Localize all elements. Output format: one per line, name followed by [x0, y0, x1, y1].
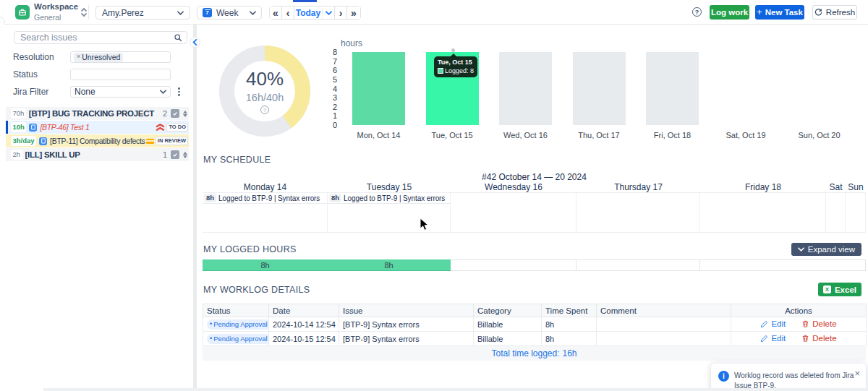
refresh-icon: [814, 9, 822, 17]
logged-segment: 8h: [203, 259, 328, 271]
entry-hours-badge: 8h: [329, 194, 341, 202]
schedule-day-header: Friday 18: [700, 182, 826, 192]
today-button[interactable]: Today: [294, 7, 323, 19]
collapse-sidebar-button[interactable]: [190, 37, 200, 48]
user-select[interactable]: Amy.Perez: [95, 6, 190, 20]
issue-row[interactable]: 3h/day[BTP-11] Compatibility defectsIN R…: [6, 134, 189, 147]
main-content: 40% 16h/40h ? hours 012345678Mon, Oct 14…: [197, 25, 868, 391]
schedule-day-cell[interactable]: [576, 193, 700, 232]
view-mode-select[interactable]: 7 Week: [197, 6, 262, 20]
nav-first-button[interactable]: «: [270, 7, 282, 19]
total-logged-label: Total time logged:: [491, 348, 559, 358]
status-label: Status: [13, 69, 38, 80]
hours-badge: 70h: [11, 108, 26, 119]
jira-filter-row: Jira Filter None: [13, 86, 187, 98]
trash-icon: [801, 319, 809, 328]
pencil-icon: [760, 335, 768, 343]
x-axis-label: Wed, Oct 16: [489, 131, 563, 139]
x-axis-label: Thu, Oct 17: [562, 131, 636, 139]
double-chevron-right-icon: »: [351, 8, 357, 18]
search-icon[interactable]: [174, 33, 182, 42]
cell-issue: [BTP-9] Syntax errors: [339, 317, 474, 332]
schedule-entry[interactable]: 8hLogged to BTP-9 | Syntax errors: [328, 193, 450, 204]
chevron-down-icon: [160, 90, 166, 94]
delete-button[interactable]: Delete: [801, 319, 836, 328]
sidebar: Resolution ×Unresolved Status Jira Filte…: [0, 25, 193, 391]
edit-button[interactable]: Edit: [760, 319, 786, 328]
loading-progress-bar: [293, 0, 317, 2]
expand-view-label: Expand view: [808, 245, 855, 254]
expand-view-button[interactable]: Expand view: [791, 243, 861, 256]
schedule-day-header: Sat: [826, 182, 846, 192]
schedule-day-cell[interactable]: 8hLogged to BTP-9 | Syntax errors: [328, 193, 451, 232]
calendar-check-icon[interactable]: [171, 109, 179, 118]
sort-arrows-icon[interactable]: [182, 152, 188, 158]
issue-group-row[interactable]: 2h[ILL] SKILL UP1: [6, 148, 189, 161]
cell-status: Pending Approval: [203, 332, 269, 346]
worklog-row: Pending Approval2024-10-15 12:54[BTP-9] …: [203, 332, 867, 346]
refresh-button[interactable]: Refresh: [812, 5, 857, 20]
schedule-day-cell[interactable]: 8hLogged to BTP-9 | Syntax errors: [203, 193, 328, 232]
logged-hours-bar: 8h8h: [203, 259, 866, 271]
toast-close-icon[interactable]: ×: [854, 369, 860, 378]
entry-text: Logged to BTP-9 | Syntax errors: [218, 194, 320, 202]
edit-button[interactable]: Edit: [760, 334, 786, 343]
schedule-day-cell[interactable]: [700, 193, 826, 232]
x-axis-label: Mon, Oct 14: [342, 131, 416, 139]
worklog-header-row: Status Date Issue Category Time Spent Co…: [203, 304, 867, 317]
kebab-menu-icon[interactable]: [178, 87, 180, 96]
issue-group-row[interactable]: 70h[BTP] BUG TRACKING PROJECT2: [6, 107, 189, 120]
workspace-block[interactable]: Workspace General: [34, 3, 78, 21]
remove-chip-icon[interactable]: ×: [77, 53, 80, 60]
delete-label: Delete: [812, 319, 836, 328]
edit-label: Edit: [771, 319, 786, 328]
help-icon[interactable]: ?: [692, 7, 702, 17]
workspace-switcher-chevrons-icon[interactable]: [80, 7, 88, 21]
topbar-divider: [88, 5, 89, 20]
nav-last-button[interactable]: »: [347, 7, 360, 19]
issue-row[interactable]: 10h[BTP-46] Test 1TO DO: [6, 121, 189, 134]
today-dropdown-button[interactable]: [323, 7, 335, 19]
schedule-day-cell[interactable]: [846, 193, 866, 232]
nav-prev-button[interactable]: ‹: [282, 7, 294, 19]
cell-time-spent: 8h: [542, 317, 597, 332]
log-work-button[interactable]: Log work: [710, 5, 749, 20]
schedule-day-cell[interactable]: [451, 193, 576, 232]
status-lozenge: IN REVIEW: [156, 137, 188, 146]
schedule-day-cell[interactable]: [826, 193, 846, 232]
excel-icon: X: [823, 285, 831, 293]
donut-help-icon[interactable]: ?: [260, 106, 269, 114]
resolution-chip[interactable]: ×Unresolved: [74, 53, 123, 62]
double-chevron-left-icon: «: [273, 8, 278, 18]
worklog-row: Pending Approval2024-10-14 12:54[BTP-9] …: [203, 317, 867, 332]
issue-count: 1: [163, 150, 167, 159]
mouse-cursor: [420, 218, 429, 234]
issue-title: [BTP] BUG TRACKING PROJECT: [29, 109, 163, 118]
status-input[interactable]: [70, 69, 171, 80]
resolution-input[interactable]: ×Unresolved: [70, 51, 171, 63]
calendar-check-icon[interactable]: [171, 150, 179, 159]
pencil-icon: [760, 320, 768, 328]
trash-icon: [801, 334, 809, 343]
worklog-total-row: Total time logged: 16h: [203, 346, 866, 361]
nav-next-button[interactable]: ›: [335, 7, 347, 19]
y-tick-label: 4: [318, 85, 337, 93]
entry-text: Logged to BTP-9 | Syntax errors: [344, 194, 445, 202]
search-box: [14, 31, 187, 44]
tooltip-title: Tue, Oct 15: [438, 59, 474, 66]
hours-badge: 2h: [11, 150, 22, 160]
search-input[interactable]: [20, 33, 174, 43]
issue-title: [BTP-46] Test 1: [40, 123, 154, 132]
jira-filter-select[interactable]: None: [70, 86, 171, 98]
chevron-down-icon: [177, 11, 184, 15]
toast-notification: i Worklog record was deleted from Jira I…: [711, 364, 866, 391]
issue-type-icon: [29, 124, 37, 132]
excel-export-button[interactable]: X Excel: [818, 283, 861, 296]
new-task-button[interactable]: +New Task: [755, 5, 804, 20]
col-category: Category: [474, 304, 542, 317]
schedule-entry[interactable]: 8hLogged to BTP-9 | Syntax errors: [203, 193, 327, 204]
horizontal-scrollbar[interactable]: [43, 388, 868, 391]
delete-button[interactable]: Delete: [801, 334, 836, 343]
x-axis-label: Fri, Oct 18: [636, 131, 710, 139]
sort-arrows-icon[interactable]: [182, 111, 188, 117]
